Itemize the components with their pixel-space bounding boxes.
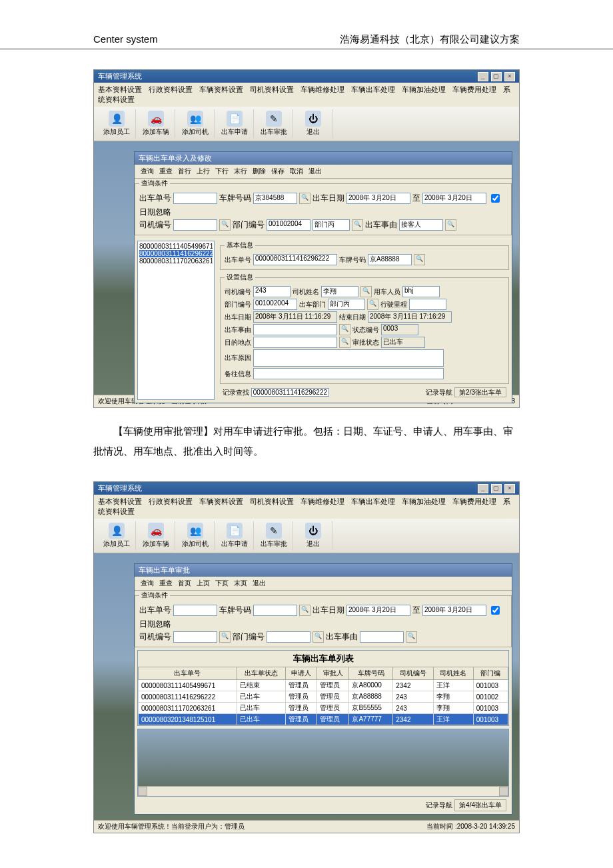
column-header[interactable]: 审批人 xyxy=(317,667,349,680)
ignore-date-checkbox[interactable] xyxy=(491,194,500,203)
close-icon[interactable]: × xyxy=(504,72,515,81)
maximize-icon[interactable]: ▢ xyxy=(491,72,502,81)
search-icon[interactable]: 🔍 xyxy=(299,193,310,204)
menu-item[interactable]: 基本资料设置 xyxy=(98,85,142,93)
maximize-icon[interactable]: ▢ xyxy=(491,484,502,493)
sub-toolbar-button[interactable]: 重查 xyxy=(157,167,175,176)
minimize-icon[interactable]: _ xyxy=(478,484,488,493)
list-item[interactable]: 80000803111405499671 xyxy=(139,243,213,250)
toolbar-button[interactable]: ⏻退出 xyxy=(295,521,332,550)
search-icon[interactable]: 🔍 xyxy=(360,286,372,297)
reason-input[interactable] xyxy=(360,631,404,643)
driver-name-input[interactable]: 李翔 xyxy=(321,286,358,297)
plate-input[interactable] xyxy=(253,605,297,616)
menu-item[interactable]: 车辆出车处理 xyxy=(351,85,395,93)
table-row[interactable]: 00000803111405499671已结束管理员管理员京A800002342… xyxy=(139,680,508,691)
search-icon[interactable]: 🔍 xyxy=(299,605,310,616)
sub-toolbar-button[interactable]: 下页 xyxy=(213,579,231,588)
date-to-input[interactable]: 2008年 3月20日 xyxy=(422,605,486,616)
toolbar-button[interactable]: 🚗添加车辆 xyxy=(137,109,175,138)
sub-toolbar-button[interactable]: 查询 xyxy=(139,579,156,588)
out-no-input[interactable] xyxy=(173,193,217,204)
horizontal-scrollbar[interactable] xyxy=(138,786,508,796)
menu-item[interactable]: 行政资料设置 xyxy=(149,85,193,93)
sub-toolbar-button[interactable]: 首行 xyxy=(176,167,193,176)
order-no-input[interactable]: 00000803111416296222 xyxy=(253,254,337,265)
dest-input[interactable] xyxy=(253,337,337,348)
search-icon[interactable]: 🔍 xyxy=(312,631,324,643)
menu-item[interactable]: 车辆资料设置 xyxy=(199,497,243,505)
date-from-input[interactable]: 2008年 3月20日 xyxy=(346,605,410,616)
menu-item[interactable]: 司机资料设置 xyxy=(250,497,294,505)
reason-input[interactable]: 接客人 xyxy=(399,219,443,231)
search-icon[interactable]: 🔍 xyxy=(445,219,456,231)
sub-toolbar-button[interactable]: 取消 xyxy=(288,167,305,176)
column-header[interactable]: 申请人 xyxy=(285,667,317,680)
search-icon[interactable]: 🔍 xyxy=(339,324,350,335)
sub-toolbar-button[interactable]: 末页 xyxy=(232,579,249,588)
list-item[interactable]: 80000803111702063261 xyxy=(139,257,213,265)
dept-no-input[interactable]: 001002004 xyxy=(253,299,297,310)
search-icon[interactable]: 🔍 xyxy=(219,219,231,231)
menu-item[interactable]: 车辆出车处理 xyxy=(351,497,395,505)
column-header[interactable]: 司机姓名 xyxy=(433,667,473,680)
driver-no-input[interactable]: 243 xyxy=(253,286,291,297)
menu-item[interactable]: 车辆维修处理 xyxy=(301,85,344,93)
plate-input[interactable]: 京A88888 xyxy=(368,254,412,265)
toolbar-button[interactable]: ✎出车审批 xyxy=(255,521,293,550)
mileage-input[interactable] xyxy=(409,299,446,310)
menu-item[interactable]: 车辆费用处理 xyxy=(452,85,496,93)
driver-no-input[interactable] xyxy=(173,219,217,231)
search-icon[interactable]: 🔍 xyxy=(406,631,417,643)
sub-toolbar-button[interactable]: 保存 xyxy=(269,167,287,176)
menu-item[interactable]: 基本资料设置 xyxy=(98,497,142,505)
toolbar-button[interactable]: 🚗添加车辆 xyxy=(137,521,175,550)
cause-textarea[interactable] xyxy=(253,349,444,367)
search-icon[interactable]: 🔍 xyxy=(339,337,350,348)
date-from-input[interactable]: 2008年 3月20日 xyxy=(346,193,410,204)
toolbar-button[interactable]: 👤添加员工 xyxy=(98,109,136,138)
sub-toolbar-button[interactable]: 上行 xyxy=(195,167,212,176)
search-icon[interactable]: 🔍 xyxy=(414,254,425,265)
table-row[interactable]: 00000803111416296222已出车管理员管理员京A88888243李… xyxy=(139,691,508,703)
menu-item[interactable]: 司机资料设置 xyxy=(250,85,294,93)
minimize-icon[interactable]: _ xyxy=(478,72,488,81)
sub-toolbar-button[interactable]: 上页 xyxy=(195,579,212,588)
toolbar-button[interactable]: 👥添加司机 xyxy=(177,109,215,138)
search-icon[interactable]: 🔍 xyxy=(352,219,363,231)
date-to-input[interactable]: 2008年 3月20日 xyxy=(422,193,486,204)
dept-input[interactable]: 部门丙 xyxy=(328,299,365,310)
reason-input[interactable] xyxy=(253,324,337,335)
sub-toolbar-button[interactable]: 首页 xyxy=(176,579,193,588)
dept-no-input[interactable]: 001002004 xyxy=(267,219,310,231)
record-list[interactable]: 8000080311140549967180000803111416296222… xyxy=(137,241,215,400)
driver-no-input[interactable] xyxy=(173,631,217,643)
out-no-input[interactable] xyxy=(173,605,217,616)
out-date-input[interactable]: 2008年 3月11日 11:16:29 xyxy=(253,311,337,323)
sub-toolbar-button[interactable]: 退出 xyxy=(251,579,268,588)
menu-item[interactable]: 车辆加油处理 xyxy=(402,85,446,93)
toolbar-button[interactable]: 👤添加员工 xyxy=(98,521,136,550)
column-header[interactable]: 出车单状态 xyxy=(237,667,285,680)
toolbar-button[interactable]: ⏻退出 xyxy=(295,109,332,138)
toolbar-button[interactable]: 📄出车申请 xyxy=(216,521,254,550)
column-header[interactable]: 车牌号码 xyxy=(349,667,393,680)
sub-toolbar-button[interactable]: 重查 xyxy=(157,579,175,588)
grid-table[interactable]: 出车单号出车单状态申请人审批人车牌号码司机编号司机姓名部门编0000080311… xyxy=(138,667,508,725)
column-header[interactable]: 部门编 xyxy=(473,667,508,680)
end-date-input[interactable]: 2008年 3月11日 17:16:29 xyxy=(368,311,452,323)
toolbar-button[interactable]: 👥添加司机 xyxy=(177,521,215,550)
menu-item[interactable]: 行政资料设置 xyxy=(149,497,193,505)
column-header[interactable]: 司机编号 xyxy=(393,667,433,680)
sub-toolbar-button[interactable]: 退出 xyxy=(306,167,324,176)
menu-item[interactable]: 车辆资料设置 xyxy=(199,85,243,93)
table-row[interactable]: 00000803111702063261已出车管理员管理员京B55555243李… xyxy=(139,703,508,714)
sub-toolbar-button[interactable]: 下行 xyxy=(213,167,231,176)
search-icon[interactable]: 🔍 xyxy=(219,631,231,643)
user-input[interactable]: bhj xyxy=(402,286,440,297)
sub-toolbar-button[interactable]: 末行 xyxy=(232,167,249,176)
search-icon[interactable]: 🔍 xyxy=(367,299,378,310)
plate-input[interactable]: 京384588 xyxy=(253,193,297,204)
close-icon[interactable]: × xyxy=(504,484,515,493)
remark-input[interactable] xyxy=(253,368,444,379)
